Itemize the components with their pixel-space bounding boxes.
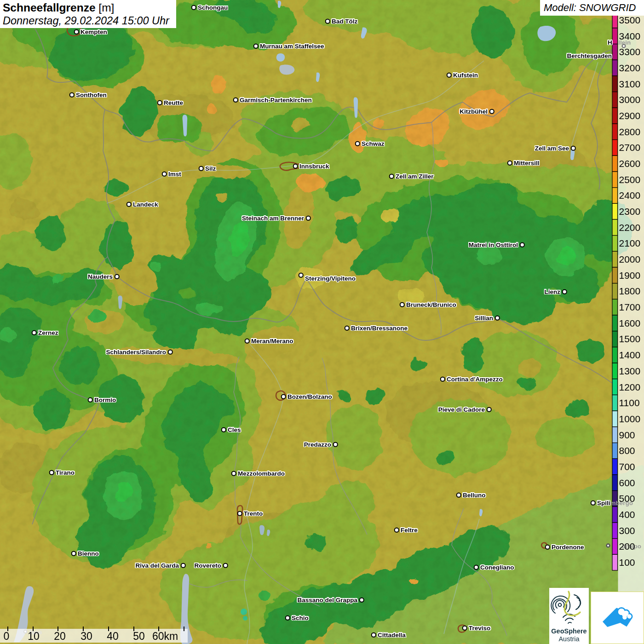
svg-text:800: 800 <box>619 445 635 456</box>
svg-text:200: 200 <box>619 541 635 552</box>
svg-text:400: 400 <box>619 509 635 520</box>
svg-text:3500: 3500 <box>619 15 641 25</box>
svg-text:3000: 3000 <box>619 94 641 105</box>
svg-text:2200: 2200 <box>619 222 641 233</box>
svg-text:1400: 1400 <box>619 350 641 360</box>
svg-text:1000: 1000 <box>619 414 641 424</box>
svg-text:1900: 1900 <box>619 270 641 281</box>
svg-text:2600: 2600 <box>619 158 641 169</box>
svg-text:3400: 3400 <box>619 31 641 41</box>
svg-text:3300: 3300 <box>619 46 641 57</box>
svg-text:1100: 1100 <box>619 397 640 408</box>
svg-text:2500: 2500 <box>619 174 641 185</box>
svg-text:3100: 3100 <box>619 79 641 89</box>
svg-text:700: 700 <box>619 461 635 472</box>
svg-text:900: 900 <box>619 430 635 440</box>
svg-text:2800: 2800 <box>619 126 641 137</box>
svg-text:1200: 1200 <box>619 382 641 392</box>
svg-text:3200: 3200 <box>619 63 641 73</box>
svg-text:2700: 2700 <box>619 142 641 153</box>
svg-text:2300: 2300 <box>619 206 641 217</box>
svg-text:1600: 1600 <box>619 318 641 328</box>
svg-text:100: 100 <box>619 557 635 568</box>
svg-text:300: 300 <box>619 525 635 536</box>
svg-text:600: 600 <box>619 477 635 488</box>
svg-text:1500: 1500 <box>619 334 641 344</box>
svg-text:2000: 2000 <box>619 254 641 264</box>
svg-text:2400: 2400 <box>619 190 641 201</box>
svg-text:2900: 2900 <box>619 110 641 121</box>
svg-text:1300: 1300 <box>619 366 641 376</box>
svg-text:2100: 2100 <box>619 238 641 248</box>
svg-text:1800: 1800 <box>619 286 641 296</box>
svg-text:1700: 1700 <box>619 302 641 312</box>
